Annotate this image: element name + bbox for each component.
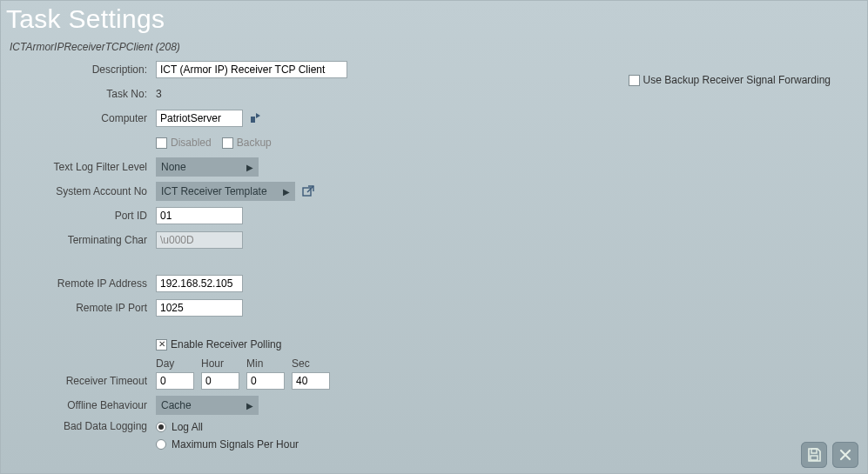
computer-input[interactable] [156, 110, 243, 127]
system-account-no-dropdown[interactable]: ICT Receiver Template ▶ [156, 182, 295, 201]
save-button[interactable] [801, 442, 827, 468]
text-log-filter-dropdown[interactable]: None ▶ [156, 157, 259, 177]
use-backup-receiver-label: Use Backup Receiver Signal Forwarding [643, 74, 831, 86]
task-identifier: ICTArmorIPReceiverTCPClient (208) [1, 34, 867, 58]
system-account-no-value: ICT Receiver Template [161, 185, 267, 197]
close-icon [838, 448, 852, 462]
description-input[interactable] [156, 61, 347, 78]
port-id-input[interactable] [156, 207, 243, 224]
chevron-right-icon: ▶ [283, 187, 290, 197]
timeout-min-input[interactable] [246, 372, 285, 390]
page-title: Task Settings [1, 1, 867, 34]
sec-header: Sec [292, 357, 330, 370]
max-signals-label: Maximum Signals Per Hour [172, 438, 299, 451]
backup-checkbox[interactable]: Backup [222, 137, 272, 149]
description-label: Description: [10, 63, 156, 76]
receiver-timeout-label: Receiver Timeout [10, 375, 156, 387]
svg-rect-0 [303, 188, 311, 196]
timeout-day-input[interactable] [156, 372, 194, 390]
remote-ip-address-label: Remote IP Address [10, 277, 156, 290]
use-backup-receiver-checkbox[interactable]: Use Backup Receiver Signal Forwarding [629, 74, 831, 86]
chevron-right-icon: ▶ [246, 163, 253, 172]
port-id-label: Port ID [10, 210, 156, 222]
max-signals-radio[interactable]: Maximum Signals Per Hour [156, 436, 299, 453]
remote-ip-port-label: Remote IP Port [10, 302, 156, 314]
day-header: Day [156, 357, 194, 370]
terminating-char-label: Terminating Char [10, 234, 156, 246]
backup-label: Backup [237, 137, 272, 149]
remote-ip-address-input[interactable] [156, 275, 243, 292]
text-log-filter-label: Text Log Filter Level [10, 161, 156, 173]
min-header: Min [246, 357, 285, 370]
enable-receiver-polling-checkbox[interactable]: ✕ Enable Receiver Polling [156, 338, 281, 350]
close-button[interactable] [832, 442, 858, 468]
disabled-checkbox[interactable]: Disabled [156, 137, 212, 149]
svg-rect-2 [811, 456, 818, 460]
log-all-radio[interactable]: Log All [156, 418, 299, 436]
enable-receiver-polling-label: Enable Receiver Polling [171, 338, 281, 350]
save-icon [806, 447, 822, 463]
bad-data-logging-label: Bad Data Logging [10, 418, 156, 432]
text-log-filter-value: None [161, 161, 186, 173]
remote-ip-port-input[interactable] [156, 299, 243, 317]
offline-behaviour-dropdown[interactable]: Cache ▶ [156, 396, 259, 415]
hour-header: Hour [201, 357, 239, 370]
computer-browse-icon[interactable] [248, 110, 264, 126]
system-account-no-label: System Account No [10, 185, 156, 197]
terminating-char-input [156, 231, 243, 249]
open-external-icon[interactable] [300, 184, 316, 199]
timeout-hour-input[interactable] [201, 372, 239, 390]
log-all-label: Log All [172, 421, 203, 433]
offline-behaviour-label: Offline Behaviour [10, 399, 156, 411]
disabled-label: Disabled [171, 137, 212, 149]
task-no-value: 3 [156, 88, 162, 100]
task-no-label: Task No: [10, 88, 156, 100]
computer-label: Computer [10, 112, 156, 124]
offline-behaviour-value: Cache [161, 399, 192, 411]
timeout-sec-input[interactable] [292, 372, 330, 390]
chevron-right-icon: ▶ [246, 401, 253, 411]
